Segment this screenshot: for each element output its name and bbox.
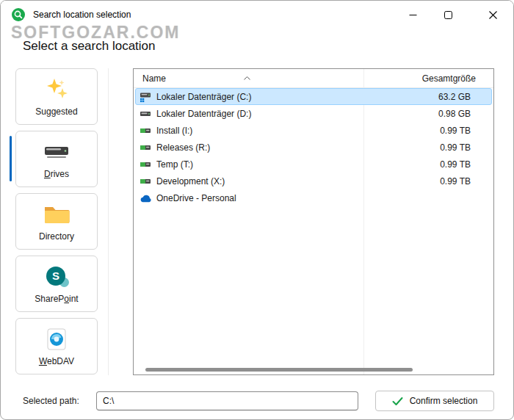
windows-drive-icon [140, 91, 153, 103]
row-name: Install (I:) [156, 126, 366, 136]
row-size: 0.99 TB [366, 126, 491, 136]
row-name: OneDrive - Personal [156, 193, 366, 203]
sidebar: Suggested Drives Directory [15, 68, 98, 380]
sidebar-item-webdav[interactable]: WebDAV [15, 318, 98, 374]
sharepoint-icon: S [46, 264, 67, 289]
maximize-button[interactable] [431, 1, 465, 29]
page-title: Select a search location [23, 39, 156, 54]
row-size: 0.99 TB [366, 159, 491, 170]
file-list: Name Gesamtgröße Lokaler Datenträger (C:… [133, 68, 494, 375]
column-header-name[interactable]: Name [134, 73, 363, 84]
titlebar: Search location selection [1, 1, 513, 29]
row-name: Lokaler Datenträger (D:) [156, 109, 366, 119]
network-drive-icon [140, 175, 153, 187]
folder-icon [43, 202, 70, 227]
column-header-size[interactable]: Gesamtgröße [363, 73, 493, 84]
table-row[interactable]: Install (I:) 0.99 TB [135, 122, 492, 139]
maximize-icon [444, 11, 452, 19]
network-drive-icon [140, 142, 153, 153]
minimize-icon [409, 11, 417, 19]
minimize-button[interactable] [396, 1, 430, 29]
table-row[interactable]: Development (X:) 0.99 TB [135, 173, 492, 189]
row-name: Temp (T:) [156, 159, 366, 170]
row-name: Lokaler Datenträger (C:) [156, 92, 366, 102]
dialog-window: Search location selection SOFTGOZAR.COM … [0, 0, 514, 420]
table-row[interactable]: Releases (R:) 0.99 TB [135, 139, 492, 156]
sidebar-divider [108, 68, 109, 375]
app-search-icon [11, 7, 26, 22]
selected-path-label: Selected path: [23, 391, 79, 410]
sidebar-item-label: WebDAV [39, 357, 74, 366]
list-rows: Lokaler Datenträger (C:) 63.2 GB Lokaler… [134, 88, 493, 366]
row-size: 0.98 GB [366, 109, 491, 119]
table-row[interactable]: Lokaler Datenträger (D:) 0.98 GB [135, 105, 492, 122]
row-size: 0.99 TB [366, 142, 491, 153]
sidebar-item-directory[interactable]: Directory [15, 193, 98, 250]
close-button[interactable] [476, 1, 510, 29]
table-row[interactable]: Lokaler Datenträger (C:) 63.2 GB [135, 88, 492, 105]
sidebar-item-label: Directory [39, 232, 74, 242]
sidebar-item-label: Drives [44, 170, 69, 179]
confirm-button-label: Confirm selection [410, 396, 478, 406]
onedrive-icon [140, 192, 153, 204]
webdav-icon [46, 327, 68, 352]
row-size: 0.99 TB [366, 176, 491, 187]
close-icon [489, 11, 497, 19]
drive-icon [140, 108, 153, 120]
list-header: Name Gesamtgröße [134, 69, 493, 88]
network-drive-icon [140, 125, 153, 137]
sparkles-icon [44, 77, 69, 102]
table-row[interactable]: OneDrive - Personal [135, 189, 492, 206]
sidebar-item-label: SharePoint [35, 294, 78, 304]
confirm-button[interactable]: Confirm selection [375, 391, 494, 411]
sidebar-item-drives[interactable]: Drives [15, 131, 98, 187]
row-name: Releases (R:) [156, 142, 366, 153]
horizontal-scrollbar[interactable] [145, 368, 413, 372]
hard-drive-icon [43, 140, 70, 164]
sidebar-item-sharepoint[interactable]: S SharePoint [15, 256, 98, 312]
check-icon [392, 397, 403, 406]
selected-item-indicator [10, 136, 12, 181]
row-name: Development (X:) [156, 176, 366, 187]
row-size: 63.2 GB [366, 92, 491, 102]
sidebar-item-label: Suggested [35, 107, 77, 117]
sidebar-item-suggested[interactable]: Suggested [15, 68, 98, 125]
window-title: Search location selection [33, 10, 131, 20]
network-drive-icon [140, 159, 153, 170]
selected-path-input[interactable] [96, 391, 358, 410]
table-row[interactable]: Temp (T:) 0.99 TB [135, 156, 492, 173]
